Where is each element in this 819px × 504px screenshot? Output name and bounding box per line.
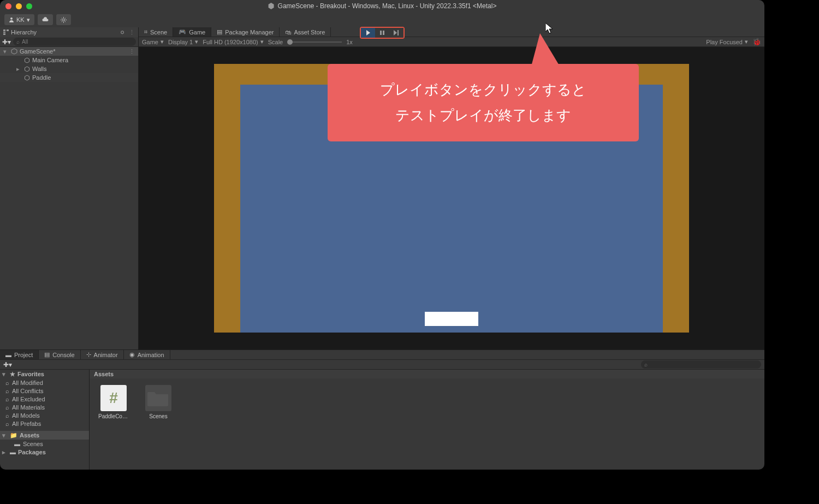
svg-rect-3 (383, 31, 384, 35)
assets-folder[interactable]: ▾📁Assets (0, 431, 89, 440)
asset-item[interactable]: # PaddleCon... (98, 385, 129, 419)
script-icon: # (100, 385, 127, 411)
asset-item[interactable]: Scenes (143, 385, 174, 419)
game-view-toolbar: Game▾ Display 1▾ Full HD (1920x1080)▾ Sc… (139, 37, 764, 47)
scene-row[interactable]: ▾ GameScene* ⋮ (0, 47, 138, 56)
animation-icon: ◉ (129, 351, 135, 358)
tab-console[interactable]: ▤Console (39, 350, 80, 359)
tab-package-manager[interactable]: ▤ Package Manager (211, 27, 280, 37)
account-dropdown[interactable]: KK ▾ (4, 14, 34, 25)
paddle (425, 312, 478, 326)
step-button[interactable] (389, 28, 403, 38)
hierarchy-item[interactable]: Main Camera (0, 56, 138, 64)
chevron-down-icon: ▾ (27, 16, 30, 23)
gameobject-icon (24, 66, 30, 72)
hierarchy-item[interactable]: Paddle (0, 73, 138, 82)
search-icon: ⌕ (5, 380, 9, 386)
unity-scene-icon (11, 48, 17, 55)
folder-icon: ▬ (10, 449, 16, 455)
svg-rect-8 (7, 29, 9, 31)
hierarchy-header: Hierarchy ⭘ ⋮ (0, 27, 138, 37)
scale-label: Scale (268, 39, 283, 45)
search-icon: ⌕ (5, 420, 9, 427)
cloud-button[interactable] (38, 14, 53, 25)
game-icon: 🎮 (179, 28, 186, 35)
tab-asset-store[interactable]: 🛍 Asset Store (280, 27, 331, 37)
search-icon: ⌕ (644, 361, 648, 367)
folder-item[interactable]: ▬Scenes (0, 440, 89, 448)
svg-point-1 (62, 19, 64, 21)
svg-point-0 (10, 17, 13, 20)
search-icon: ⌕ (16, 39, 20, 45)
folder-icon: ▬ (5, 352, 11, 358)
tab-project[interactable]: ▬Project (0, 350, 39, 359)
foldout-icon[interactable]: ▸ (16, 66, 22, 73)
main-toolbar: KK ▾ (0, 12, 764, 27)
tab-scene[interactable]: ⌗ Scene (139, 27, 173, 37)
hierarchy-item[interactable]: ▸ Walls (0, 64, 138, 73)
foldout-icon[interactable]: ▾ (3, 48, 9, 55)
lock-icon[interactable]: ⭘ (120, 29, 126, 36)
kebab-icon[interactable]: ⋮ (129, 29, 135, 36)
search-icon: ⌕ (5, 404, 9, 411)
scale-slider[interactable] (287, 41, 342, 43)
game-mode-dropdown[interactable]: Game▾ (142, 38, 164, 45)
assets-breadcrumb[interactable]: Assets (90, 370, 764, 378)
favorite-item[interactable]: ⌕All Materials (0, 403, 89, 411)
chevron-down-icon: ▾ (260, 38, 264, 45)
grid-icon: ⌗ (144, 28, 147, 35)
user-icon (9, 17, 14, 22)
search-icon: ⌕ (5, 396, 9, 402)
tab-animator[interactable]: ⊹Animator (81, 350, 124, 359)
play-controls (360, 27, 405, 39)
callout-line1: プレイボタンをクリックすると (339, 77, 628, 103)
bug-icon[interactable]: 🐞 (752, 38, 761, 46)
display-dropdown[interactable]: Display 1▾ (168, 38, 198, 45)
tab-game[interactable]: 🎮 Game (173, 27, 211, 37)
settings-button[interactable] (56, 14, 71, 25)
favorites-header[interactable]: ▾★Favorites (0, 370, 89, 378)
folder-icon (145, 385, 171, 411)
minimize-window-button[interactable] (16, 3, 22, 9)
hierarchy-search[interactable]: ⌕ All (13, 38, 136, 46)
kebab-icon[interactable]: ⋮ (129, 48, 135, 55)
maximize-window-button[interactable] (26, 3, 32, 9)
gameobject-icon (24, 75, 30, 81)
pause-icon (379, 30, 385, 35)
svg-rect-4 (397, 30, 399, 35)
pause-button[interactable] (375, 28, 389, 38)
play-icon (365, 30, 371, 35)
add-button[interactable]: ✚▾ (2, 38, 11, 46)
search-icon: ⌕ (5, 388, 9, 394)
unity-icon (268, 3, 275, 9)
favorite-item[interactable]: ⌕All Prefabs (0, 419, 89, 428)
callout-line2: テストプレイが終了します (339, 103, 628, 128)
scale-value: 1x (346, 39, 353, 45)
favorite-item[interactable]: ⌕All Conflicts (0, 387, 89, 395)
svg-rect-7 (3, 33, 5, 35)
package-icon: ▤ (217, 28, 222, 35)
svg-rect-2 (380, 31, 382, 35)
play-button[interactable] (361, 28, 375, 38)
tab-animation[interactable]: ◉Animation (124, 350, 170, 359)
favorite-item[interactable]: ⌕All Models (0, 411, 89, 419)
favorite-item[interactable]: ⌕All Modified (0, 378, 89, 387)
svg-rect-5 (3, 29, 5, 31)
svg-rect-6 (3, 32, 5, 33)
close-window-button[interactable] (5, 3, 11, 9)
project-search[interactable]: ⌕ (641, 360, 761, 369)
favorite-item[interactable]: ⌕All Excluded (0, 395, 89, 403)
folder-icon: ▬ (14, 441, 20, 447)
chevron-down-icon: ▾ (161, 38, 164, 45)
console-icon: ▤ (44, 351, 50, 358)
add-button[interactable]: ✚▾ (3, 361, 12, 369)
star-icon: ★ (10, 371, 15, 378)
play-focused-dropdown[interactable]: Play Focused▾ (706, 38, 748, 45)
cloud-icon (42, 17, 49, 22)
gear-icon (61, 17, 67, 23)
packages-folder[interactable]: ▸▬Packages (0, 448, 89, 456)
chevron-down-icon: ▾ (745, 38, 748, 45)
chevron-down-icon: ▾ (195, 38, 198, 45)
resolution-dropdown[interactable]: Full HD (1920x1080)▾ (203, 38, 264, 45)
annotation-callout: プレイボタンをクリックすると テストプレイが終了します (328, 64, 639, 141)
